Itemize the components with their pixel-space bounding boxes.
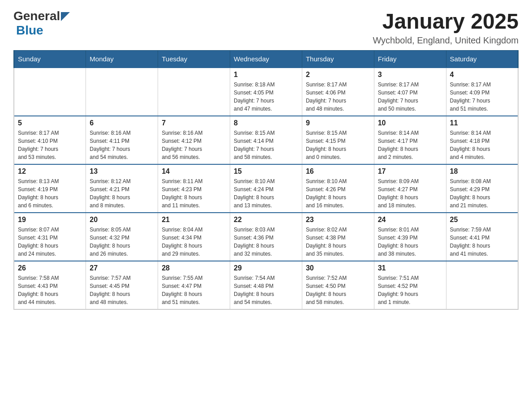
calendar-header-row: SundayMondayTuesdayWednesdayThursdayFrid… — [14, 51, 518, 68]
column-header-friday: Friday — [374, 51, 446, 68]
day-number: 29 — [234, 264, 298, 272]
week-row-2: 5Sunrise: 8:17 AM Sunset: 4:10 PM Daylig… — [14, 116, 518, 164]
day-info: Sunrise: 8:17 AM Sunset: 4:07 PM Dayligh… — [378, 81, 442, 113]
day-number: 11 — [450, 119, 514, 127]
day-number: 3 — [378, 71, 442, 79]
day-info: Sunrise: 8:16 AM Sunset: 4:12 PM Dayligh… — [162, 129, 226, 161]
calendar-cell — [14, 68, 86, 116]
calendar-cell: 3Sunrise: 8:17 AM Sunset: 4:07 PM Daylig… — [374, 68, 446, 116]
week-row-5: 26Sunrise: 7:58 AM Sunset: 4:43 PM Dayli… — [14, 261, 518, 309]
day-info: Sunrise: 7:52 AM Sunset: 4:50 PM Dayligh… — [306, 274, 370, 306]
day-info: Sunrise: 7:54 AM Sunset: 4:48 PM Dayligh… — [234, 274, 298, 306]
calendar-cell — [158, 68, 230, 116]
calendar-cell: 25Sunrise: 7:59 AM Sunset: 4:41 PM Dayli… — [446, 213, 518, 261]
day-info: Sunrise: 8:03 AM Sunset: 4:36 PM Dayligh… — [234, 226, 298, 258]
day-info: Sunrise: 8:17 AM Sunset: 4:09 PM Dayligh… — [450, 81, 514, 113]
day-info: Sunrise: 7:51 AM Sunset: 4:52 PM Dayligh… — [378, 274, 442, 306]
calendar-cell: 11Sunrise: 8:14 AM Sunset: 4:18 PM Dayli… — [446, 116, 518, 164]
calendar-cell: 23Sunrise: 8:02 AM Sunset: 4:38 PM Dayli… — [302, 213, 374, 261]
week-row-1: 1Sunrise: 8:18 AM Sunset: 4:05 PM Daylig… — [14, 68, 518, 116]
column-header-wednesday: Wednesday — [230, 51, 302, 68]
day-info: Sunrise: 8:05 AM Sunset: 4:32 PM Dayligh… — [90, 226, 154, 258]
day-number: 27 — [90, 264, 154, 272]
calendar-cell: 8Sunrise: 8:15 AM Sunset: 4:14 PM Daylig… — [230, 116, 302, 164]
calendar-cell: 13Sunrise: 8:12 AM Sunset: 4:21 PM Dayli… — [86, 164, 158, 213]
calendar-cell: 15Sunrise: 8:10 AM Sunset: 4:24 PM Dayli… — [230, 164, 302, 213]
day-info: Sunrise: 8:10 AM Sunset: 4:24 PM Dayligh… — [234, 177, 298, 210]
day-info: Sunrise: 8:16 AM Sunset: 4:11 PM Dayligh… — [90, 129, 154, 161]
day-info: Sunrise: 7:59 AM Sunset: 4:41 PM Dayligh… — [450, 226, 514, 258]
day-info: Sunrise: 8:08 AM Sunset: 4:29 PM Dayligh… — [450, 177, 514, 210]
day-number: 22 — [234, 216, 298, 224]
calendar-cell: 14Sunrise: 8:11 AM Sunset: 4:23 PM Dayli… — [158, 164, 230, 213]
day-info: Sunrise: 8:04 AM Sunset: 4:34 PM Dayligh… — [162, 226, 226, 258]
calendar-cell: 7Sunrise: 8:16 AM Sunset: 4:12 PM Daylig… — [158, 116, 230, 164]
day-info: Sunrise: 7:57 AM Sunset: 4:45 PM Dayligh… — [90, 274, 154, 306]
calendar-cell: 12Sunrise: 8:13 AM Sunset: 4:19 PM Dayli… — [14, 164, 86, 213]
location-text: Wychbold, England, United Kingdom — [373, 35, 519, 46]
calendar-cell: 27Sunrise: 7:57 AM Sunset: 4:45 PM Dayli… — [86, 261, 158, 309]
column-header-saturday: Saturday — [446, 51, 518, 68]
calendar-cell: 21Sunrise: 8:04 AM Sunset: 4:34 PM Dayli… — [158, 213, 230, 261]
day-number: 28 — [162, 264, 226, 272]
calendar-cell: 10Sunrise: 8:14 AM Sunset: 4:17 PM Dayli… — [374, 116, 446, 164]
day-number: 9 — [306, 119, 370, 127]
calendar-cell: 1Sunrise: 8:18 AM Sunset: 4:05 PM Daylig… — [230, 68, 302, 116]
day-number: 19 — [18, 216, 82, 224]
week-row-3: 12Sunrise: 8:13 AM Sunset: 4:19 PM Dayli… — [14, 164, 518, 213]
day-info: Sunrise: 8:11 AM Sunset: 4:23 PM Dayligh… — [162, 177, 226, 210]
calendar-cell: 20Sunrise: 8:05 AM Sunset: 4:32 PM Dayli… — [86, 213, 158, 261]
week-row-4: 19Sunrise: 8:07 AM Sunset: 4:31 PM Dayli… — [14, 213, 518, 261]
day-info: Sunrise: 7:58 AM Sunset: 4:43 PM Dayligh… — [18, 274, 82, 306]
day-number: 12 — [18, 167, 82, 176]
column-header-tuesday: Tuesday — [158, 51, 230, 68]
day-number: 18 — [450, 167, 514, 176]
calendar-cell: 9Sunrise: 8:15 AM Sunset: 4:15 PM Daylig… — [302, 116, 374, 164]
day-number: 31 — [378, 264, 442, 272]
calendar-cell: 28Sunrise: 7:55 AM Sunset: 4:47 PM Dayli… — [158, 261, 230, 309]
day-number: 6 — [90, 119, 154, 127]
column-header-sunday: Sunday — [14, 51, 86, 68]
calendar-cell: 6Sunrise: 8:16 AM Sunset: 4:11 PM Daylig… — [86, 116, 158, 164]
calendar-cell: 22Sunrise: 8:03 AM Sunset: 4:36 PM Dayli… — [230, 213, 302, 261]
day-info: Sunrise: 8:01 AM Sunset: 4:39 PM Dayligh… — [378, 226, 442, 258]
logo: General Blue — [13, 9, 70, 38]
month-title: January 2025 — [373, 9, 519, 34]
day-info: Sunrise: 8:15 AM Sunset: 4:15 PM Dayligh… — [306, 129, 370, 161]
day-number: 25 — [450, 216, 514, 224]
calendar-cell — [446, 261, 518, 309]
day-number: 13 — [90, 167, 154, 176]
day-info: Sunrise: 8:18 AM Sunset: 4:05 PM Dayligh… — [234, 81, 298, 113]
day-info: Sunrise: 8:17 AM Sunset: 4:06 PM Dayligh… — [306, 81, 370, 113]
day-number: 16 — [306, 167, 370, 176]
day-info: Sunrise: 8:13 AM Sunset: 4:19 PM Dayligh… — [18, 177, 82, 210]
day-number: 1 — [234, 71, 298, 79]
day-number: 4 — [450, 71, 514, 79]
calendar-cell: 17Sunrise: 8:09 AM Sunset: 4:27 PM Dayli… — [374, 164, 446, 213]
calendar-cell: 30Sunrise: 7:52 AM Sunset: 4:50 PM Dayli… — [302, 261, 374, 309]
day-number: 8 — [234, 119, 298, 127]
page-header: General Blue January 2025 Wychbold, Engl… — [13, 9, 519, 46]
calendar-cell: 24Sunrise: 8:01 AM Sunset: 4:39 PM Dayli… — [374, 213, 446, 261]
calendar-cell: 4Sunrise: 8:17 AM Sunset: 4:09 PM Daylig… — [446, 68, 518, 116]
day-number: 23 — [306, 216, 370, 224]
svg-marker-0 — [61, 12, 70, 21]
day-number: 7 — [162, 119, 226, 127]
calendar-cell: 2Sunrise: 8:17 AM Sunset: 4:06 PM Daylig… — [302, 68, 374, 116]
day-info: Sunrise: 8:10 AM Sunset: 4:26 PM Dayligh… — [306, 177, 370, 210]
calendar-cell: 31Sunrise: 7:51 AM Sunset: 4:52 PM Dayli… — [374, 261, 446, 309]
day-number: 5 — [18, 119, 82, 127]
day-info: Sunrise: 8:07 AM Sunset: 4:31 PM Dayligh… — [18, 226, 82, 258]
day-number: 17 — [378, 167, 442, 176]
day-info: Sunrise: 8:15 AM Sunset: 4:14 PM Dayligh… — [234, 129, 298, 161]
day-number: 24 — [378, 216, 442, 224]
day-number: 14 — [162, 167, 226, 176]
logo-blue-text: Blue — [16, 23, 43, 38]
day-info: Sunrise: 8:09 AM Sunset: 4:27 PM Dayligh… — [378, 177, 442, 210]
day-info: Sunrise: 8:14 AM Sunset: 4:18 PM Dayligh… — [450, 129, 514, 161]
column-header-thursday: Thursday — [302, 51, 374, 68]
day-info: Sunrise: 8:12 AM Sunset: 4:21 PM Dayligh… — [90, 177, 154, 210]
day-info: Sunrise: 8:14 AM Sunset: 4:17 PM Dayligh… — [378, 129, 442, 161]
calendar-cell: 26Sunrise: 7:58 AM Sunset: 4:43 PM Dayli… — [14, 261, 86, 309]
calendar-cell — [86, 68, 158, 116]
